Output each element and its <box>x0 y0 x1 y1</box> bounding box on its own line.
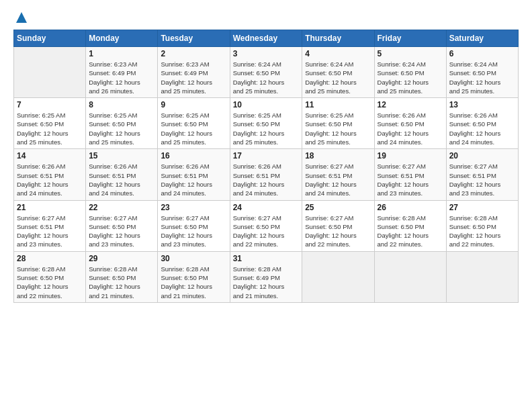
table-row <box>374 251 446 302</box>
day-number: 22 <box>89 203 154 212</box>
calendar-header-sunday: Sunday <box>14 30 86 47</box>
day-info: Sunrise: 6:26 AMSunset: 6:51 PMDaylight:… <box>17 162 83 197</box>
table-row: 28Sunrise: 6:28 AMSunset: 6:50 PMDayligh… <box>14 251 86 302</box>
day-number: 30 <box>161 254 226 263</box>
day-info: Sunrise: 6:25 AMSunset: 6:50 PMDaylight:… <box>17 111 83 146</box>
day-info: Sunrise: 6:28 AMSunset: 6:50 PMDaylight:… <box>161 265 226 300</box>
day-number: 9 <box>161 100 226 109</box>
day-number: 25 <box>305 203 371 212</box>
table-row: 9Sunrise: 6:25 AMSunset: 6:50 PMDaylight… <box>158 98 230 149</box>
svg-marker-0 <box>16 12 27 23</box>
day-info: Sunrise: 6:27 AMSunset: 6:50 PMDaylight:… <box>161 214 226 249</box>
day-number: 2 <box>161 49 226 58</box>
table-row <box>302 251 374 302</box>
day-number: 21 <box>17 203 83 212</box>
day-number: 5 <box>378 49 443 58</box>
day-number: 28 <box>17 254 83 263</box>
table-row: 8Sunrise: 6:25 AMSunset: 6:50 PMDaylight… <box>86 98 158 149</box>
day-info: Sunrise: 6:28 AMSunset: 6:50 PMDaylight:… <box>17 265 83 300</box>
day-info: Sunrise: 6:27 AMSunset: 6:50 PMDaylight:… <box>305 214 371 249</box>
day-info: Sunrise: 6:27 AMSunset: 6:50 PMDaylight:… <box>233 214 300 249</box>
logo-icon <box>15 11 28 24</box>
day-number: 6 <box>449 49 515 58</box>
day-number: 26 <box>378 203 443 212</box>
calendar-header-wednesday: Wednesday <box>230 30 302 47</box>
day-info: Sunrise: 6:25 AMSunset: 6:50 PMDaylight:… <box>161 111 226 146</box>
calendar-header-friday: Friday <box>374 30 446 47</box>
day-info: Sunrise: 6:26 AMSunset: 6:50 PMDaylight:… <box>378 111 443 146</box>
day-info: Sunrise: 6:27 AMSunset: 6:51 PMDaylight:… <box>449 162 515 197</box>
table-row: 29Sunrise: 6:28 AMSunset: 6:50 PMDayligh… <box>86 251 158 302</box>
table-row: 27Sunrise: 6:28 AMSunset: 6:50 PMDayligh… <box>446 200 518 251</box>
calendar-week-row: 14Sunrise: 6:26 AMSunset: 6:51 PMDayligh… <box>14 149 519 200</box>
day-info: Sunrise: 6:23 AMSunset: 6:49 PMDaylight:… <box>89 60 154 95</box>
table-row <box>446 251 518 302</box>
day-number: 11 <box>305 100 371 109</box>
table-row: 16Sunrise: 6:26 AMSunset: 6:51 PMDayligh… <box>158 149 230 200</box>
table-row: 15Sunrise: 6:26 AMSunset: 6:51 PMDayligh… <box>86 149 158 200</box>
day-info: Sunrise: 6:25 AMSunset: 6:50 PMDaylight:… <box>89 111 154 146</box>
day-info: Sunrise: 6:24 AMSunset: 6:50 PMDaylight:… <box>378 60 443 95</box>
day-info: Sunrise: 6:27 AMSunset: 6:51 PMDaylight:… <box>305 162 371 197</box>
table-row <box>14 47 86 98</box>
day-info: Sunrise: 6:28 AMSunset: 6:49 PMDaylight:… <box>233 265 300 300</box>
day-number: 1 <box>89 49 154 58</box>
day-info: Sunrise: 6:27 AMSunset: 6:51 PMDaylight:… <box>17 214 83 249</box>
day-number: 16 <box>161 151 226 161</box>
day-info: Sunrise: 6:25 AMSunset: 6:50 PMDaylight:… <box>305 111 371 146</box>
calendar-header-saturday: Saturday <box>446 30 518 47</box>
calendar-table: SundayMondayTuesdayWednesdayThursdayFrid… <box>13 30 519 303</box>
table-row: 21Sunrise: 6:27 AMSunset: 6:51 PMDayligh… <box>14 200 86 251</box>
day-number: 8 <box>89 100 154 109</box>
day-info: Sunrise: 6:26 AMSunset: 6:50 PMDaylight:… <box>449 111 515 146</box>
table-row: 30Sunrise: 6:28 AMSunset: 6:50 PMDayligh… <box>158 251 230 302</box>
calendar-header-tuesday: Tuesday <box>158 30 230 47</box>
calendar-week-row: 21Sunrise: 6:27 AMSunset: 6:51 PMDayligh… <box>14 200 519 251</box>
day-info: Sunrise: 6:28 AMSunset: 6:50 PMDaylight:… <box>89 265 154 300</box>
day-number: 18 <box>305 151 371 161</box>
day-number: 24 <box>233 203 300 212</box>
calendar-header-row: SundayMondayTuesdayWednesdayThursdayFrid… <box>14 30 519 47</box>
day-number: 14 <box>17 151 83 161</box>
table-row: 13Sunrise: 6:26 AMSunset: 6:50 PMDayligh… <box>446 98 518 149</box>
table-row: 23Sunrise: 6:27 AMSunset: 6:50 PMDayligh… <box>158 200 230 251</box>
table-row: 11Sunrise: 6:25 AMSunset: 6:50 PMDayligh… <box>302 98 374 149</box>
table-row: 5Sunrise: 6:24 AMSunset: 6:50 PMDaylight… <box>374 47 446 98</box>
calendar-week-row: 28Sunrise: 6:28 AMSunset: 6:50 PMDayligh… <box>14 251 519 302</box>
day-number: 23 <box>161 203 226 212</box>
day-number: 10 <box>233 100 300 109</box>
table-row: 7Sunrise: 6:25 AMSunset: 6:50 PMDaylight… <box>14 98 86 149</box>
day-info: Sunrise: 6:24 AMSunset: 6:50 PMDaylight:… <box>305 60 371 95</box>
day-info: Sunrise: 6:26 AMSunset: 6:51 PMDaylight:… <box>161 162 226 197</box>
table-row: 17Sunrise: 6:26 AMSunset: 6:51 PMDayligh… <box>230 149 302 200</box>
table-row: 1Sunrise: 6:23 AMSunset: 6:49 PMDaylight… <box>86 47 158 98</box>
logo <box>13 11 28 24</box>
day-number: 19 <box>378 151 443 161</box>
calendar-header-thursday: Thursday <box>302 30 374 47</box>
day-number: 15 <box>89 151 154 161</box>
day-info: Sunrise: 6:26 AMSunset: 6:51 PMDaylight:… <box>89 162 154 197</box>
day-number: 7 <box>17 100 83 109</box>
day-info: Sunrise: 6:25 AMSunset: 6:50 PMDaylight:… <box>233 111 300 146</box>
day-number: 4 <box>305 49 371 58</box>
calendar-header-monday: Monday <box>86 30 158 47</box>
table-row: 31Sunrise: 6:28 AMSunset: 6:49 PMDayligh… <box>230 251 302 302</box>
table-row: 2Sunrise: 6:23 AMSunset: 6:49 PMDaylight… <box>158 47 230 98</box>
day-number: 31 <box>233 254 300 263</box>
day-info: Sunrise: 6:28 AMSunset: 6:50 PMDaylight:… <box>378 214 443 249</box>
table-row: 6Sunrise: 6:24 AMSunset: 6:50 PMDaylight… <box>446 47 518 98</box>
table-row: 22Sunrise: 6:27 AMSunset: 6:50 PMDayligh… <box>86 200 158 251</box>
table-row: 12Sunrise: 6:26 AMSunset: 6:50 PMDayligh… <box>374 98 446 149</box>
day-number: 20 <box>449 151 515 161</box>
table-row: 19Sunrise: 6:27 AMSunset: 6:51 PMDayligh… <box>374 149 446 200</box>
day-number: 17 <box>233 151 300 161</box>
table-row: 14Sunrise: 6:26 AMSunset: 6:51 PMDayligh… <box>14 149 86 200</box>
day-info: Sunrise: 6:24 AMSunset: 6:50 PMDaylight:… <box>449 60 515 95</box>
table-row: 26Sunrise: 6:28 AMSunset: 6:50 PMDayligh… <box>374 200 446 251</box>
day-number: 12 <box>378 100 443 109</box>
day-number: 29 <box>89 254 154 263</box>
calendar-week-row: 7Sunrise: 6:25 AMSunset: 6:50 PMDaylight… <box>14 98 519 149</box>
day-number: 13 <box>449 100 515 109</box>
day-info: Sunrise: 6:24 AMSunset: 6:50 PMDaylight:… <box>233 60 300 95</box>
table-row: 4Sunrise: 6:24 AMSunset: 6:50 PMDaylight… <box>302 47 374 98</box>
